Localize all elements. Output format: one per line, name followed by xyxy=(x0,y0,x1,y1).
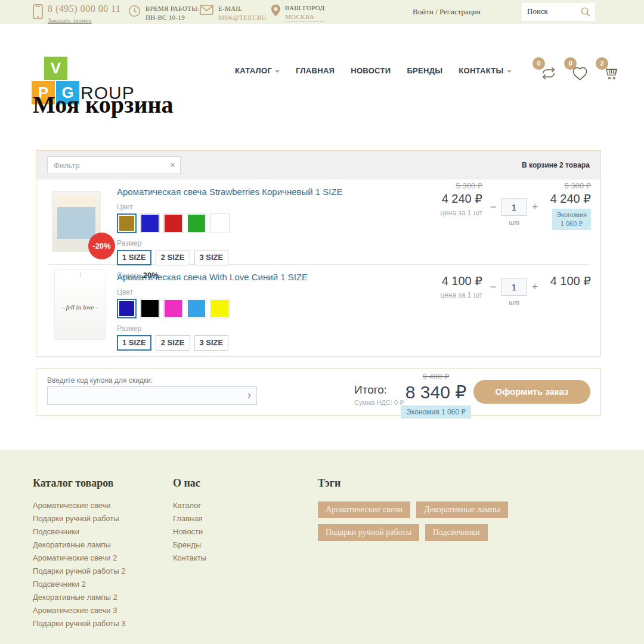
quantity-increase-button[interactable]: + xyxy=(531,201,538,213)
color-swatch[interactable] xyxy=(117,213,137,233)
old-grand-total: 9 400 ₽ xyxy=(388,372,484,381)
size-label: Размер xyxy=(117,324,379,333)
size-button[interactable]: 1 SIZE xyxy=(117,335,151,351)
footer-catalog-link[interactable]: Подарки ручной работы xyxy=(33,515,126,522)
footer-catalog-link[interactable]: Подсвечники xyxy=(33,528,126,535)
nav-item-brands[interactable]: БРЕНДЫ xyxy=(407,66,442,75)
topbar: 8 (495) 000 00 11 Заказать звонок ВРЕМЯ … xyxy=(0,0,644,24)
phone-icon xyxy=(33,4,43,20)
savings-text: Экономия xyxy=(556,211,587,218)
tag-button[interactable]: Подарки ручной работы xyxy=(318,524,419,541)
color-swatches xyxy=(117,213,379,233)
size-button[interactable]: 3 SIZE xyxy=(194,335,229,351)
line-total: 4 100 ₽ xyxy=(541,274,591,288)
footer-about-link[interactable]: Главная xyxy=(173,515,206,522)
color-swatch[interactable] xyxy=(140,213,160,233)
login-register-link[interactable]: Войти / Регистрация xyxy=(413,7,481,17)
total-savings-badge: Экономия 1 060 ₽ xyxy=(401,405,471,419)
size-options: 1 SIZE 2 SIZE 3 SIZE xyxy=(117,250,379,265)
color-swatch[interactable] xyxy=(140,299,160,318)
checkout-button[interactable]: Оформить заказ xyxy=(473,380,590,404)
envelope-icon xyxy=(200,5,213,15)
color-swatch[interactable] xyxy=(117,299,137,318)
footer-catalog-link[interactable]: Декоративные лампы 2 xyxy=(33,593,126,601)
cart-count-badge: 2 xyxy=(596,57,608,70)
old-unit-price: 5 300 ₽ xyxy=(381,181,482,190)
quantity-increase-button[interactable]: + xyxy=(531,281,538,293)
nav-item-contacts[interactable]: КОНТАКТЫ xyxy=(459,66,511,75)
filter-box: × xyxy=(47,156,181,174)
footer-tags-title: Тэги xyxy=(318,477,604,490)
size-options: 1 SIZE 2 SIZE 3 SIZE xyxy=(117,335,379,351)
savings-amount: 1 060 ₽ xyxy=(561,220,583,227)
search-icon[interactable] xyxy=(580,7,591,17)
tag-button[interactable]: Ароматические свечи xyxy=(318,501,410,518)
unit-price-note: цена за 1 шт xyxy=(381,209,482,217)
product-title-link[interactable]: Ароматическая свеча With Love Синий 1 SI… xyxy=(117,272,379,282)
footer-catalog-link[interactable]: Ароматические свечи 2 xyxy=(33,554,126,562)
search-input[interactable] xyxy=(522,3,578,20)
color-swatch[interactable] xyxy=(163,213,183,233)
footer-catalog-link[interactable]: Подсвечники 2 xyxy=(33,580,126,588)
size-button[interactable]: 1 SIZE xyxy=(117,250,151,265)
coupon-submit-icon[interactable]: › xyxy=(247,389,251,401)
footer-about-link[interactable]: Бренды xyxy=(173,541,206,549)
email-label: E-MAIL xyxy=(218,5,267,12)
filter-input[interactable] xyxy=(48,157,161,174)
color-swatch[interactable] xyxy=(210,299,230,318)
nav-item-home[interactable]: ГЛАВНАЯ xyxy=(296,66,335,75)
clear-filter-icon[interactable]: × xyxy=(170,159,175,171)
nav-item-news[interactable]: НОВОСТИ xyxy=(351,66,391,75)
footer-about-link[interactable]: Контакты xyxy=(173,554,206,562)
quantity-input[interactable] xyxy=(501,278,527,296)
chevron-down-icon xyxy=(507,70,512,73)
grand-total: 8 340 ₽ xyxy=(388,382,484,402)
color-swatch[interactable] xyxy=(163,299,183,318)
size-button[interactable]: 2 SIZE xyxy=(156,335,190,351)
size-button[interactable]: 3 SIZE xyxy=(194,250,229,265)
item-details: Ароматическая свеча With Love Синий 1 SI… xyxy=(117,272,379,351)
coupon-label: Введите код купона для скидки: xyxy=(47,376,153,385)
topbar-city-block: ВАШ ГОРОД МОСКВА xyxy=(271,4,324,21)
unit-price-column: 5 300 ₽ 4 240 ₽ цена за 1 шт xyxy=(381,181,482,217)
size-button[interactable]: 2 SIZE xyxy=(156,250,190,265)
footer-about-link[interactable]: Новости xyxy=(173,528,206,535)
product-image[interactable]: -20% xyxy=(47,188,106,255)
candle-script-text: – fell in love – xyxy=(55,304,105,311)
quantity-decrease-button[interactable]: − xyxy=(490,281,497,293)
cart-button[interactable]: 2 xyxy=(596,57,620,82)
quantity-unit-label: шт xyxy=(501,218,527,227)
main-nav: КАТАЛОГ ГЛАВНАЯ НОВОСТИ БРЕНДЫ КОНТАКТЫ xyxy=(235,66,512,75)
color-swatch[interactable] xyxy=(187,299,206,318)
city-value[interactable]: МОСКВА xyxy=(285,13,324,21)
product-image[interactable]: – fell in love – xyxy=(54,270,106,340)
wishlist-button[interactable]: 0 xyxy=(564,57,588,82)
chevron-down-icon xyxy=(275,70,280,73)
heart-icon xyxy=(572,66,588,81)
coupon-input[interactable] xyxy=(48,387,239,404)
footer-catalog-link[interactable]: Декоративные лампы xyxy=(33,541,126,549)
site-header: V P G ROUP КАТАЛОГ ГЛАВНАЯ НОВОСТИ БРЕНД… xyxy=(0,24,644,91)
color-label: Цвет xyxy=(117,288,379,296)
footer-catalog-link[interactable]: Подарки ручной работы 2 xyxy=(33,567,126,575)
color-swatch[interactable] xyxy=(210,213,230,233)
quantity-decrease-button[interactable]: − xyxy=(490,201,497,213)
tag-button[interactable]: Подсвечники xyxy=(425,524,488,541)
footer-catalog-link[interactable]: Ароматические свечи xyxy=(33,501,126,509)
email-value[interactable]: MSK@TEST.RU xyxy=(218,14,267,21)
product-title-link[interactable]: Ароматическая свеча Strawberries Коричне… xyxy=(117,187,379,197)
discount-badge: -20% xyxy=(88,233,115,259)
line-total-column: 4 100 ₽ xyxy=(541,273,591,288)
cart-items-count: В корзине 2 товара xyxy=(522,161,590,169)
callback-link[interactable]: Заказать звонок xyxy=(48,17,92,24)
quantity-input[interactable] xyxy=(501,198,527,216)
cart-filter-strip: × В корзине 2 товара xyxy=(36,151,600,179)
compare-button[interactable]: 0 xyxy=(532,57,556,82)
footer-about-link[interactable]: Каталог xyxy=(173,501,206,509)
color-swatch[interactable] xyxy=(187,213,206,233)
tag-button[interactable]: Декоративные лампы xyxy=(416,501,508,518)
logo-block-v: V xyxy=(44,57,67,80)
nav-item-catalog[interactable]: КАТАЛОГ xyxy=(235,66,280,75)
footer-catalog-link[interactable]: Ароматические свечи 3 xyxy=(33,606,126,614)
footer-catalog-link[interactable]: Подарки ручной работы 3 xyxy=(33,620,126,627)
